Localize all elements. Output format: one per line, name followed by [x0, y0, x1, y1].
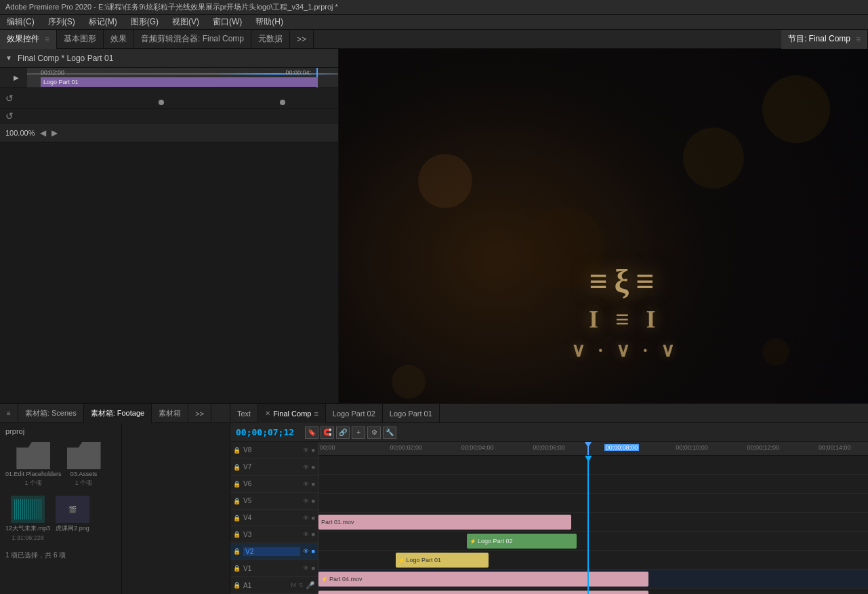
ruler-label-12: 00;00;12;00	[747, 444, 780, 451]
menu-help[interactable]: 帮助(H)	[253, 15, 286, 29]
tab-metadata[interactable]: 元数据	[251, 30, 290, 49]
tab-more[interactable]: >>	[290, 30, 314, 49]
asset-folder-1[interactable]: 01.Edit Placeholders 1 个项	[5, 442, 62, 488]
asset-label-1: 01.Edit Placeholders	[5, 471, 62, 477]
track-solo-v5[interactable]: ■	[312, 498, 315, 504]
track-row-v5: 🔒 V5 👁 ■	[230, 493, 318, 510]
clip-part04-icon: ⚡	[321, 576, 328, 582]
comp-expand-icon[interactable]: ▼	[5, 54, 12, 62]
reset-icon-2[interactable]: ↺	[5, 111, 14, 121]
tl-tab-logo-02[interactable]: Logo Part 02	[326, 404, 383, 423]
tl-add-marker-btn[interactable]: 🔖	[305, 427, 318, 439]
track-solo-v3[interactable]: ■	[312, 531, 315, 538]
ruler-label-2: 00;00;02;00	[390, 444, 422, 451]
tab-effects-control[interactable]: 效果控件 ≡	[0, 30, 57, 49]
tab-program-monitor[interactable]: 节目: Final Comp ≡	[781, 30, 868, 49]
proj-tab-effects-ctrl[interactable]: ≡	[0, 404, 18, 423]
keyframe-dot-1[interactable]	[159, 100, 164, 105]
panel-tabs-row: 效果控件 ≡ 基本图形 效果 音频剪辑混合器: Final Comp 元数据 >…	[0, 30, 868, 49]
ruler-label-10: 00;00;10;00	[676, 444, 708, 451]
track-eye-v8[interactable]: 👁	[303, 447, 309, 454]
track-lock-v2[interactable]: 🔒	[233, 548, 241, 555]
asset-items-row2: 12大气未来.mp3 1:31:06;228 🎬 虎课网2.png	[3, 493, 119, 544]
track-lock-v3[interactable]: 🔒	[233, 531, 241, 538]
menu-sequence[interactable]: 序列(S)	[45, 15, 78, 29]
track-solo-v7[interactable]: ■	[312, 464, 315, 471]
tl-tab-final-comp[interactable]: ✕ Final Comp ≡	[258, 404, 326, 423]
ruler-mark-2: 00:00:04;	[285, 69, 311, 76]
menu-window[interactable]: 窗口(W)	[210, 15, 245, 29]
menu-edit[interactable]: 编辑(C)	[4, 15, 37, 29]
track-lock-v6[interactable]: 🔒	[233, 481, 241, 488]
clip-logo02-v4[interactable]: ⚡ Logo Part 02	[467, 534, 577, 549]
folder-icon-1	[16, 442, 50, 469]
track-mic-a1[interactable]: 🎤	[306, 581, 315, 590]
menu-graphics[interactable]: 图形(G)	[128, 15, 161, 29]
ruler-label-4: 00;00;04;00	[461, 444, 494, 451]
asset-audio-1[interactable]: 12大气未来.mp3 1:31:06;228	[5, 496, 50, 541]
track-content-v5: Part 01.mov	[318, 513, 868, 532]
track-eye-v7[interactable]: 👁	[303, 464, 309, 471]
clip-part04-v2[interactable]: ⚡ Part 04.mov	[318, 572, 648, 587]
track-row-v8: 🔒 V8 👁 ■	[230, 442, 318, 459]
track-solo-v1[interactable]: ■	[312, 565, 315, 572]
tl-settings-btn[interactable]: ⚙	[367, 427, 381, 439]
zoom-prev-icon[interactable]: ◀	[40, 128, 46, 138]
track-content-v7	[318, 475, 868, 494]
track-content-v4: ⚡ Logo Part 02	[318, 532, 868, 551]
tl-add-track-btn[interactable]: +	[352, 427, 365, 439]
track-solo-v4[interactable]: ■	[312, 515, 315, 521]
asset-folder-2[interactable]: 03.Assets 1 个项	[67, 442, 101, 488]
track-solo-v2[interactable]: ■	[312, 548, 315, 555]
track-lock-v8[interactable]: 🔒	[233, 447, 241, 454]
track-eye-v2[interactable]: 👁	[303, 548, 309, 555]
track-row-v7: 🔒 V7 👁 ■	[230, 459, 318, 476]
track-lock-v5[interactable]: 🔒	[233, 498, 241, 504]
track-eye-v1[interactable]: 👁	[303, 565, 309, 572]
tl-tab-text[interactable]: Text	[230, 404, 258, 423]
track-lock-v1[interactable]: 🔒	[233, 565, 241, 572]
track-solo-v8[interactable]: ■	[312, 447, 315, 454]
timeline-time-display[interactable]: 00;00;07;12	[236, 427, 294, 437]
tab-audio-mixer[interactable]: 音频剪辑混合器: Final Comp	[134, 30, 251, 49]
track-solo-a1[interactable]: S	[299, 582, 303, 589]
zoom-row: 100.00% ◀ ▶	[0, 123, 338, 142]
track-solo-v6[interactable]: ■	[312, 481, 315, 488]
track-eye-v5[interactable]: 👁	[303, 498, 309, 504]
proj-tab-footage[interactable]: 素材箱: Footage	[84, 404, 152, 423]
clip-background-v1[interactable]: Background	[318, 591, 648, 594]
track-lock-v7[interactable]: 🔒	[233, 464, 241, 471]
menu-view[interactable]: 视图(V)	[169, 15, 202, 29]
asset-video-1[interactable]: 🎬 虎课网2.png	[56, 496, 89, 541]
tab-basic-graph-label: 基本图形	[64, 33, 96, 45]
track-lock-v4[interactable]: 🔒	[233, 515, 241, 521]
tab-effects[interactable]: 效果	[104, 30, 134, 49]
tl-tab-final-comp-close[interactable]: ✕	[265, 410, 270, 417]
tl-tab-logo-01[interactable]: Logo Part 01	[383, 404, 440, 423]
video-thumb-1: 🎬	[56, 496, 89, 523]
track-mute-a1[interactable]: M	[291, 582, 296, 589]
tl-tab-final-comp-settings[interactable]: ≡	[314, 410, 318, 418]
menu-marker[interactable]: 标记(M)	[86, 15, 120, 29]
clip-part01-v5[interactable]: Part 01.mov	[318, 515, 571, 530]
proj-tab-scenes[interactable]: 素材箱: Scenes	[18, 404, 84, 423]
track-eye-v4[interactable]: 👁	[303, 515, 309, 521]
track-lock-a1[interactable]: 🔒	[233, 582, 241, 589]
proj-tab-more[interactable]: >>	[188, 404, 211, 423]
reset-icon-1[interactable]: ↺	[5, 93, 14, 104]
ruler-playhead-arrow	[585, 442, 592, 448]
tl-wrench-btn[interactable]: 🔧	[383, 427, 396, 439]
proj-tab-assets[interactable]: 素材箱	[152, 404, 188, 423]
tl-snap-btn[interactable]: 🧲	[321, 427, 334, 439]
track-eye-v3[interactable]: 👁	[303, 531, 309, 538]
project-panel: ≡ 素材箱: Scenes 素材箱: Footage 素材箱 >> prproj…	[0, 404, 230, 594]
keyframe-dot-2[interactable]	[280, 100, 285, 105]
zoom-next-icon[interactable]: ▶	[51, 128, 58, 138]
track-eye-v6[interactable]: 👁	[303, 481, 309, 488]
track-name-v6: V6	[243, 480, 300, 488]
track-content-v3: ⚡ Logo Part 01	[318, 551, 868, 570]
project-name: prproj	[3, 426, 119, 437]
clip-logo01-v3[interactable]: ⚡ Logo Part 01	[396, 553, 489, 568]
tl-linked-btn[interactable]: 🔗	[336, 427, 350, 439]
tab-basic-graph[interactable]: 基本图形	[57, 30, 104, 49]
